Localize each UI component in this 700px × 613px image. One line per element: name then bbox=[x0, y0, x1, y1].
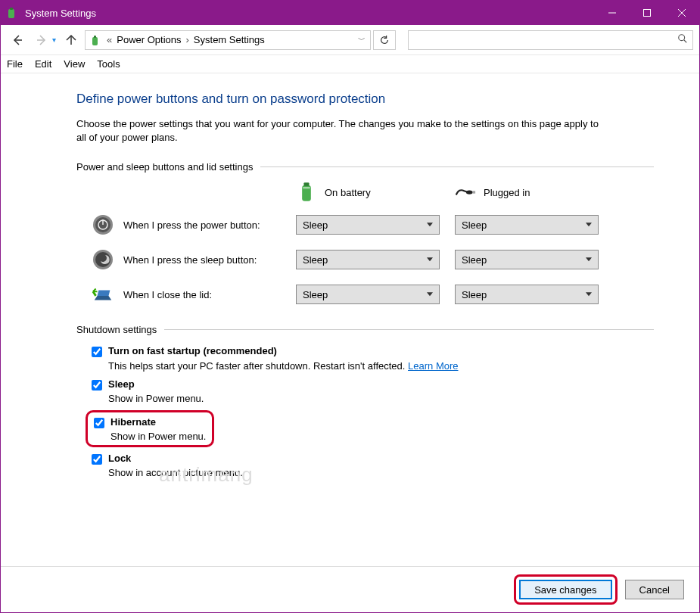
back-button[interactable] bbox=[7, 30, 28, 51]
titlebar: System Settings bbox=[1, 1, 699, 25]
sleep-button-battery-select[interactable]: Sleep bbox=[296, 250, 440, 269]
hibernate-desc: Show in Power menu. bbox=[110, 431, 206, 442]
svg-rect-15 bbox=[303, 187, 310, 188]
hibernate-highlight: Hibernate Show in Power menu. bbox=[86, 410, 214, 447]
row-lid: When I close the lid: Sleep Sleep bbox=[76, 283, 654, 306]
system-settings-window: System Settings ▾ « bbox=[0, 0, 700, 613]
power-button-icon bbox=[92, 213, 114, 236]
hibernate-checkbox[interactable] bbox=[94, 418, 104, 428]
lid-battery-select[interactable]: Sleep bbox=[296, 285, 440, 304]
search-input[interactable] bbox=[413, 33, 678, 46]
menu-view[interactable]: View bbox=[64, 58, 85, 70]
up-button[interactable] bbox=[61, 30, 82, 51]
recent-locations-button[interactable]: ▾ bbox=[52, 36, 56, 44]
col-plugged-label: Plugged in bbox=[484, 187, 530, 198]
svg-rect-9 bbox=[92, 37, 98, 45]
refresh-button[interactable] bbox=[373, 30, 396, 50]
row-sleep-button: When I press the sleep button: Sleep Sle… bbox=[76, 248, 654, 271]
sleep-desc: Show in Power menu. bbox=[108, 393, 654, 404]
section-shutdown-label: Shutdown settings bbox=[76, 324, 157, 335]
col-header-plugged: Plugged in bbox=[455, 182, 599, 203]
section-power-lid-title: Power and sleep buttons and lid settings bbox=[76, 161, 654, 173]
battery-icon bbox=[296, 182, 317, 203]
address-bar[interactable]: « Power Options › System Settings ﹀ bbox=[85, 30, 371, 50]
search-icon[interactable] bbox=[677, 33, 688, 46]
fast-startup-desc: This helps start your PC faster after sh… bbox=[108, 360, 654, 372]
breadcrumb-separator-icon: › bbox=[186, 34, 189, 45]
sleep-button-label: When I press the sleep button: bbox=[123, 254, 257, 266]
cancel-button[interactable]: Cancel bbox=[625, 580, 684, 599]
navigation-bar: ▾ « Power Options › System Settings ﹀ bbox=[1, 25, 699, 55]
page-description: Choose the power settings that you want … bbox=[76, 117, 606, 145]
forward-button[interactable] bbox=[31, 30, 52, 51]
lock-label: Lock bbox=[108, 452, 131, 465]
maximize-button[interactable] bbox=[630, 1, 664, 25]
sleep-checkbox-row: Sleep bbox=[92, 378, 654, 391]
svg-rect-1 bbox=[10, 8, 13, 10]
svg-point-11 bbox=[679, 35, 685, 41]
col-battery-label: On battery bbox=[325, 187, 371, 198]
svg-rect-3 bbox=[644, 10, 651, 17]
save-highlight: Save changes bbox=[514, 574, 617, 605]
breadcrumb-current[interactable]: System Settings bbox=[194, 34, 265, 45]
footer: Save changes Cancel bbox=[1, 566, 699, 612]
menu-file[interactable]: File bbox=[7, 58, 23, 70]
learn-more-link[interactable]: Learn More bbox=[408, 360, 458, 372]
app-icon bbox=[7, 7, 19, 19]
fast-startup-checkbox[interactable] bbox=[92, 347, 102, 357]
fast-startup-label: Turn on fast startup (recommended) bbox=[108, 344, 277, 358]
section-shutdown-title: Shutdown settings bbox=[76, 324, 654, 335]
breadcrumb-parent[interactable]: Power Options bbox=[117, 34, 181, 45]
menu-edit[interactable]: Edit bbox=[35, 58, 51, 70]
row-power-button: When I press the power button: Sleep Sle… bbox=[76, 213, 654, 236]
svg-rect-14 bbox=[304, 183, 310, 187]
lid-label: When I close the lid: bbox=[123, 289, 212, 300]
fast-startup-checkbox-row: Turn on fast startup (recommended) bbox=[92, 344, 654, 358]
content-area: Define power buttons and turn on passwor… bbox=[1, 73, 699, 566]
lock-desc: Show in account picture menu. bbox=[108, 467, 654, 478]
lock-checkbox[interactable] bbox=[92, 454, 102, 465]
close-button[interactable] bbox=[664, 1, 699, 25]
svg-point-16 bbox=[466, 191, 473, 194]
menu-tools[interactable]: Tools bbox=[97, 58, 120, 70]
window-title: System Settings bbox=[25, 8, 96, 19]
lid-plugged-select[interactable]: Sleep bbox=[455, 285, 599, 304]
power-button-battery-select[interactable]: Sleep bbox=[296, 215, 440, 235]
sleep-button-icon bbox=[92, 248, 114, 271]
power-button-plugged-select[interactable]: Sleep bbox=[455, 215, 599, 235]
col-header-battery: On battery bbox=[296, 182, 440, 203]
sleep-label: Sleep bbox=[108, 378, 135, 391]
hibernate-checkbox-row: Hibernate bbox=[94, 415, 206, 429]
address-dropdown-button[interactable]: ﹀ bbox=[358, 35, 366, 45]
window-controls bbox=[595, 1, 699, 25]
shutdown-section: Shutdown settings Turn on fast startup (… bbox=[76, 324, 654, 478]
menubar: File Edit View Tools bbox=[1, 55, 699, 73]
power-button-label: When I press the power button: bbox=[123, 219, 260, 231]
column-headers: On battery Plugged in bbox=[76, 182, 654, 203]
location-icon bbox=[90, 34, 102, 46]
hibernate-label: Hibernate bbox=[110, 415, 156, 429]
lid-icon bbox=[92, 283, 114, 306]
sleep-button-plugged-select[interactable]: Sleep bbox=[455, 250, 599, 269]
svg-rect-0 bbox=[8, 9, 14, 18]
page-heading: Define power buttons and turn on passwor… bbox=[76, 92, 654, 107]
lock-checkbox-row: Lock bbox=[92, 452, 654, 465]
section-power-lid-label: Power and sleep buttons and lid settings bbox=[76, 161, 253, 173]
search-box[interactable] bbox=[408, 30, 694, 50]
breadcrumb-prefix: « bbox=[107, 34, 112, 45]
minimize-button[interactable] bbox=[595, 1, 630, 25]
svg-rect-10 bbox=[94, 36, 96, 38]
plug-icon bbox=[455, 182, 476, 203]
sleep-checkbox[interactable] bbox=[92, 380, 102, 391]
save-button[interactable]: Save changes bbox=[519, 580, 611, 599]
svg-line-12 bbox=[684, 40, 687, 43]
